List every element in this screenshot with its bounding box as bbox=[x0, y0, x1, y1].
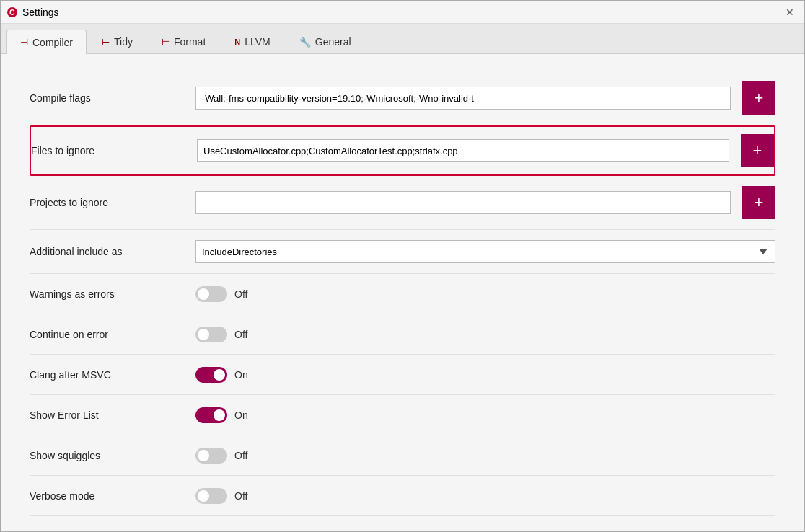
clang-after-msvc-track bbox=[195, 367, 227, 383]
additional-include-label: Additional include as bbox=[30, 246, 195, 257]
tidy-tab-icon: ⊢ bbox=[102, 37, 110, 48]
show-error-list-track bbox=[195, 407, 227, 423]
clang-after-msvc-label: Clang after MSVC bbox=[30, 369, 195, 381]
tab-tidy[interactable]: ⊢ Tidy bbox=[88, 30, 146, 53]
clang-after-msvc-thumb bbox=[214, 369, 225, 381]
files-to-ignore-control: + bbox=[197, 134, 774, 167]
verbose-mode-toggle-wrapper: Off bbox=[195, 488, 247, 504]
files-to-ignore-add-button[interactable]: + bbox=[741, 134, 774, 167]
show-error-list-row: Show Error List On bbox=[30, 395, 775, 435]
general-tab-icon: 🔧 bbox=[299, 37, 311, 48]
verbose-mode-state-label: Off bbox=[234, 490, 247, 502]
show-squiggles-row: Show squiggles Off bbox=[30, 435, 775, 476]
close-button[interactable]: ✕ bbox=[781, 4, 799, 21]
show-error-list-toggle[interactable] bbox=[195, 407, 227, 423]
tab-bar: ⊣ Compiler ⊢ Tidy ⊨ Format N LLVM 🔧 Gene… bbox=[1, 24, 804, 54]
additional-include-select[interactable]: IncludeDirectories SystemIncludeDirector… bbox=[195, 240, 775, 263]
warnings-as-errors-thumb bbox=[198, 288, 209, 300]
compile-flags-add-button[interactable]: + bbox=[742, 81, 775, 115]
files-to-ignore-row: Files to ignore + bbox=[30, 125, 775, 176]
continue-on-error-state-label: Off bbox=[234, 329, 247, 340]
tab-llvm[interactable]: N LLVM bbox=[221, 30, 284, 53]
files-to-ignore-label: Files to ignore bbox=[31, 145, 197, 156]
compile-flags-label: Compile flags bbox=[30, 92, 195, 104]
title-bar: C Settings ✕ bbox=[1, 1, 804, 24]
continue-on-error-toggle-wrapper: Off bbox=[195, 327, 247, 342]
tab-compiler[interactable]: ⊣ Compiler bbox=[6, 30, 87, 54]
verbose-mode-row: Verbose mode Off bbox=[30, 476, 775, 516]
projects-to-ignore-row: Projects to ignore + bbox=[30, 176, 775, 230]
clang-after-msvc-toggle-wrapper: On bbox=[195, 367, 248, 383]
compile-flags-row: Compile flags + bbox=[30, 71, 775, 125]
show-error-list-state-label: On bbox=[234, 409, 248, 421]
show-squiggles-label: Show squiggles bbox=[30, 450, 195, 461]
continue-on-error-track bbox=[195, 327, 227, 342]
svg-text:C: C bbox=[9, 9, 14, 17]
show-squiggles-state-label: Off bbox=[234, 450, 247, 461]
tab-format[interactable]: ⊨ Format bbox=[148, 30, 219, 53]
clang-after-msvc-state-label: On bbox=[234, 369, 248, 381]
format-tab-label: Format bbox=[174, 36, 206, 48]
compile-flags-control: + bbox=[195, 81, 775, 115]
show-squiggles-toggle[interactable] bbox=[195, 448, 227, 464]
verbose-mode-label: Verbose mode bbox=[30, 490, 195, 502]
window-title: Settings bbox=[22, 6, 59, 18]
llvm-tab-icon: N bbox=[234, 37, 240, 46]
llvm-tab-label: LLVM bbox=[245, 36, 270, 48]
warnings-as-errors-track bbox=[195, 286, 227, 302]
additional-include-control: IncludeDirectories SystemIncludeDirector… bbox=[195, 240, 775, 263]
additional-include-row: Additional include as IncludeDirectories… bbox=[30, 230, 775, 274]
warnings-as-errors-state-label: Off bbox=[234, 288, 247, 300]
app-icon: C bbox=[6, 6, 18, 18]
verbose-mode-track bbox=[195, 488, 227, 504]
show-error-list-toggle-wrapper: On bbox=[195, 407, 248, 423]
show-squiggles-thumb bbox=[198, 450, 209, 461]
tidy-tab-label: Tidy bbox=[114, 36, 133, 48]
compiler-tab-icon: ⊣ bbox=[20, 37, 28, 48]
projects-to-ignore-label: Projects to ignore bbox=[30, 197, 195, 208]
format-tab-icon: ⊨ bbox=[162, 37, 170, 48]
show-squiggles-toggle-wrapper: Off bbox=[195, 448, 247, 464]
continue-on-error-thumb bbox=[198, 329, 209, 340]
warnings-as-errors-label: Warnings as errors bbox=[30, 288, 195, 300]
warnings-as-errors-toggle[interactable] bbox=[195, 286, 227, 302]
verbose-mode-toggle[interactable] bbox=[195, 488, 227, 504]
compiler-tab-label: Compiler bbox=[32, 37, 73, 48]
clang-after-msvc-row: Clang after MSVC On bbox=[30, 355, 775, 395]
compile-flags-input[interactable] bbox=[195, 87, 731, 110]
verbose-mode-thumb bbox=[198, 490, 209, 502]
continue-on-error-label: Continue on error bbox=[30, 329, 195, 340]
warnings-as-errors-toggle-wrapper: Off bbox=[195, 286, 247, 302]
show-error-list-label: Show Error List bbox=[30, 409, 195, 421]
show-error-list-thumb bbox=[214, 409, 225, 421]
continue-on-error-toggle[interactable] bbox=[195, 327, 227, 342]
warnings-as-errors-row: Warnings as errors Off bbox=[30, 274, 775, 314]
settings-window: C Settings ✕ ⊣ Compiler ⊢ Tidy ⊨ Format … bbox=[0, 0, 805, 532]
show-squiggles-track bbox=[195, 448, 227, 464]
title-bar-left: C Settings bbox=[6, 6, 59, 18]
verbose-mode-control: Off bbox=[195, 488, 775, 504]
clang-after-msvc-control: On bbox=[195, 367, 775, 383]
clang-after-msvc-toggle[interactable] bbox=[195, 367, 227, 383]
projects-to-ignore-input[interactable] bbox=[195, 191, 731, 214]
show-squiggles-control: Off bbox=[195, 448, 775, 464]
projects-to-ignore-control: + bbox=[195, 186, 775, 219]
continue-on-error-row: Continue on error Off bbox=[30, 314, 775, 355]
settings-content: Compile flags + Files to ignore + Projec… bbox=[1, 54, 804, 531]
warnings-as-errors-control: Off bbox=[195, 286, 775, 302]
show-error-list-control: On bbox=[195, 407, 775, 423]
general-tab-label: General bbox=[315, 36, 351, 48]
projects-to-ignore-add-button[interactable]: + bbox=[742, 186, 775, 219]
continue-on-error-control: Off bbox=[195, 327, 775, 342]
files-to-ignore-input[interactable] bbox=[197, 139, 729, 162]
tab-general[interactable]: 🔧 General bbox=[286, 30, 365, 53]
